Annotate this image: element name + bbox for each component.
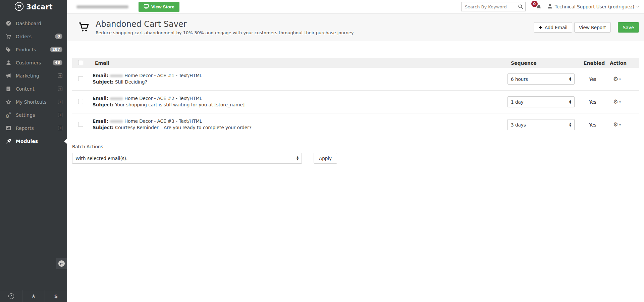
email-label: Email: bbox=[93, 118, 108, 124]
sidebar-nav: Dashboard Orders 0 Products 287 Customer… bbox=[0, 14, 67, 148]
sidebar-item-marketing[interactable]: Marketing + bbox=[0, 69, 67, 82]
search-input[interactable] bbox=[461, 2, 526, 11]
select-all-checkbox[interactable] bbox=[78, 60, 83, 65]
sidebar-item-customers[interactable]: Customers 48 bbox=[0, 56, 67, 69]
sequence-select[interactable]: 3 days▲▼ bbox=[507, 119, 575, 130]
favorites-button[interactable]: ★ bbox=[22, 290, 45, 302]
row-actions-menu[interactable]: ⚙▾ bbox=[610, 99, 639, 105]
plus-icon: + bbox=[538, 24, 543, 31]
email-cell: Email:Home Decor - ACE #3 - Text/HTML Su… bbox=[88, 119, 507, 131]
sidebar-item-dashboard[interactable]: Dashboard bbox=[0, 17, 67, 30]
page-header: Abandoned Cart Saver Reduce shopping car… bbox=[67, 14, 644, 41]
notifications-button[interactable]: 0 bbox=[536, 4, 542, 12]
sidebar-collapse-button[interactable]: ← bbox=[56, 258, 67, 269]
gears-icon: ⚙⚙ bbox=[5, 112, 12, 118]
subject-label: Subject: bbox=[93, 79, 114, 85]
search-box bbox=[461, 2, 526, 11]
document-icon bbox=[5, 86, 12, 92]
stepper-icon: ▲▼ bbox=[569, 77, 571, 81]
row-checkbox[interactable] bbox=[78, 122, 83, 127]
user-menu[interactable]: Technical Support User (jrodriguez) bbox=[547, 4, 639, 10]
batch-actions-select[interactable]: With selected email(s): ▲▼ bbox=[72, 153, 302, 164]
page-subtitle: Reduce shopping cart abandonment by 10%-… bbox=[96, 30, 354, 35]
save-button[interactable]: Save bbox=[618, 22, 639, 33]
sidebar-item-label: Orders bbox=[16, 34, 55, 39]
header-buttons: + Add Email View Report Save bbox=[534, 22, 639, 33]
view-report-button[interactable]: View Report bbox=[574, 22, 611, 33]
email-name: Home Decor - ACE #3 - Text/HTML bbox=[124, 118, 202, 124]
sequence-select[interactable]: 1 day▲▼ bbox=[507, 96, 575, 107]
sequence-value: 1 day bbox=[511, 99, 524, 105]
add-email-button[interactable]: + Add Email bbox=[534, 22, 572, 33]
sequence-value: 3 days bbox=[511, 122, 526, 128]
sidebar-item-reports[interactable]: Reports + bbox=[0, 121, 67, 135]
column-header-enabled: Enabled bbox=[583, 60, 610, 66]
expand-plus-icon: + bbox=[58, 73, 62, 78]
gear-icon: ⚙ bbox=[613, 99, 618, 105]
batch-actions: Batch Actions With selected email(s): ▲▼… bbox=[72, 144, 639, 164]
collapse-arrow-icon: ← bbox=[58, 260, 65, 267]
enabled-value: Yes bbox=[583, 99, 610, 105]
expand-plus-icon: + bbox=[58, 126, 62, 130]
billing-button[interactable]: $ bbox=[45, 290, 67, 302]
subject-label: Subject: bbox=[93, 125, 114, 130]
email-subject: Your shopping cart is still waiting for … bbox=[115, 102, 245, 107]
sidebar-item-label: Marketing bbox=[16, 73, 58, 79]
abandoned-cart-icon bbox=[78, 22, 90, 33]
sidebar-item-my-shortcuts[interactable]: My Shortcuts + bbox=[0, 95, 67, 108]
sidebar-footer: ? ★ $ bbox=[0, 290, 67, 302]
view-store-button[interactable]: View Store bbox=[139, 2, 179, 12]
sidebar-item-content[interactable]: Content + bbox=[0, 82, 67, 95]
star-icon: ★ bbox=[31, 293, 36, 299]
dashboard-icon bbox=[5, 20, 12, 26]
email-name: Home Decor - ACE #1 - Text/HTML bbox=[124, 73, 202, 78]
sidebar-item-label: My Shortcuts bbox=[16, 99, 58, 105]
row-actions-menu[interactable]: ⚙▾ bbox=[610, 76, 639, 82]
column-header-sequence: Sequence bbox=[507, 60, 583, 66]
row-actions-menu[interactable]: ⚙▾ bbox=[610, 122, 639, 128]
sidebar-item-label: Content bbox=[16, 86, 58, 92]
notification-count-badge: 0 bbox=[531, 1, 538, 7]
orders-count-badge: 0 bbox=[55, 34, 62, 39]
email-cell: Email:Home Decor - ACE #2 - Text/HTML Su… bbox=[88, 96, 507, 108]
chevron-down-icon bbox=[636, 4, 640, 7]
cart-icon bbox=[5, 34, 12, 39]
apply-button[interactable]: Apply bbox=[314, 153, 337, 164]
email-table: Email Sequence Enabled Action Email:Home… bbox=[72, 58, 639, 136]
search-icon[interactable] bbox=[518, 4, 523, 11]
monitor-icon bbox=[144, 4, 149, 10]
sequence-select[interactable]: 6 hours▲▼ bbox=[507, 73, 575, 85]
help-button[interactable]: ? bbox=[0, 290, 22, 302]
store-name-blurred bbox=[110, 97, 123, 100]
add-email-label: Add Email bbox=[545, 25, 568, 30]
stepper-icon: ▲▼ bbox=[569, 122, 571, 127]
sidebar-item-label: Products bbox=[16, 47, 50, 52]
email-row: Email:Home Decor - ACE #3 - Text/HTML Su… bbox=[72, 113, 639, 136]
sidebar-item-settings[interactable]: ⚙⚙ Settings + bbox=[0, 108, 67, 121]
email-row: Email:Home Decor - ACE #2 - Text/HTML Su… bbox=[72, 91, 639, 113]
logo[interactable]: 3dcart bbox=[0, 0, 67, 14]
email-subject: Courtesy Reminder – Are you ready to com… bbox=[115, 125, 252, 130]
sidebar-item-orders[interactable]: Orders 0 bbox=[0, 30, 67, 43]
bar-chart-icon bbox=[5, 125, 12, 131]
store-name-blurred bbox=[110, 120, 123, 123]
caret-down-icon: ▾ bbox=[619, 123, 621, 127]
sidebar-item-products[interactable]: Products 287 bbox=[0, 43, 67, 56]
batch-actions-label: Batch Actions bbox=[72, 144, 639, 149]
row-checkbox[interactable] bbox=[78, 99, 83, 104]
sidebar-item-modules[interactable]: Modules bbox=[0, 135, 67, 148]
tag-icon bbox=[5, 47, 12, 52]
column-header-email: Email bbox=[88, 60, 507, 66]
user-icon bbox=[547, 4, 552, 10]
person-icon bbox=[5, 60, 12, 65]
customers-count-badge: 48 bbox=[53, 60, 62, 65]
gear-icon: ⚙ bbox=[613, 122, 618, 128]
products-count-badge: 287 bbox=[50, 47, 62, 52]
user-label: Technical Support User (jrodriguez) bbox=[555, 4, 634, 9]
view-store-label: View Store bbox=[151, 4, 174, 9]
topbar: View Store 0 Technical Support User (jro… bbox=[67, 0, 644, 14]
email-label: Email: bbox=[93, 73, 108, 78]
row-checkbox[interactable] bbox=[78, 76, 83, 81]
expand-plus-icon: + bbox=[58, 100, 62, 104]
subject-label: Subject: bbox=[93, 102, 114, 107]
